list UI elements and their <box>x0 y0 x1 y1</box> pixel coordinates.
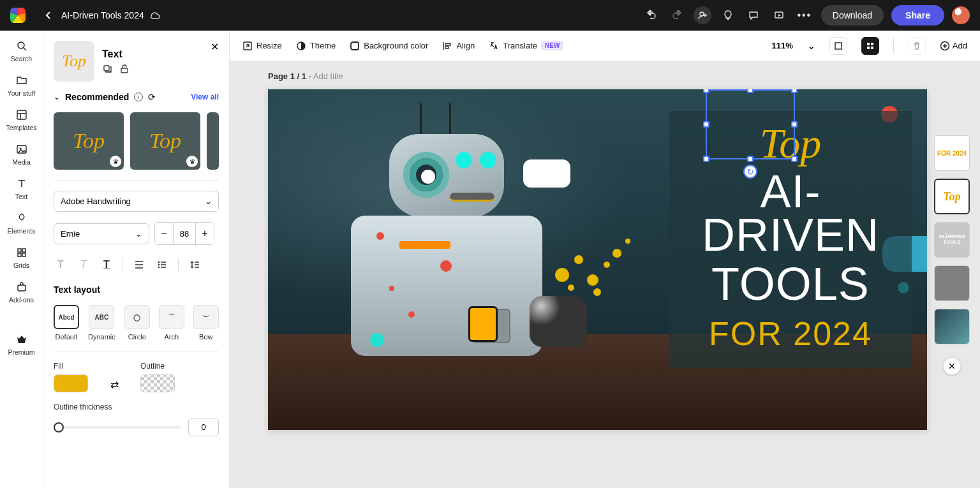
font-size-input[interactable] <box>173 223 196 244</box>
download-button[interactable]: Download <box>821 5 884 26</box>
canvas-toolbar: Resize Theme Background color Align Tran… <box>230 31 980 61</box>
layout-default[interactable]: AbcdDefault <box>54 305 79 341</box>
resize-icon <box>242 41 253 51</box>
artboard[interactable]: Top AI-DRIVEN TOOLS FOR 2024 ↻ <box>268 89 927 430</box>
app-logo[interactable] <box>10 8 26 23</box>
text-properties-panel: Top Text ✕ ⌄ Recommended i ⟳ View all To… <box>43 31 230 488</box>
page-thumbnail[interactable] <box>934 265 970 301</box>
undo-button[interactable] <box>642 6 660 24</box>
outline-color-swatch[interactable] <box>140 374 175 392</box>
chevron-down-icon[interactable]: ⌄ <box>807 40 815 52</box>
svg-rect-20 <box>867 43 870 45</box>
recommended-item[interactable]: Top♛ <box>54 112 124 170</box>
lock-icon[interactable] <box>120 64 129 74</box>
fill-color-swatch[interactable] <box>54 374 88 392</box>
rotate-handle-icon[interactable]: ↻ <box>743 165 757 179</box>
text-italic-icon[interactable]: T <box>77 258 91 272</box>
outline-thickness-input[interactable] <box>188 418 219 436</box>
nav-text[interactable]: Text <box>0 177 43 200</box>
nav-elements[interactable]: Elements <box>0 212 43 235</box>
view-all-link[interactable]: View all <box>191 92 219 101</box>
align-icon[interactable] <box>132 258 146 272</box>
page-thumbnail[interactable]: AI-DRIVEN TOOLS <box>934 222 970 258</box>
font-family-select[interactable]: Adobe Handwriting ⌄ <box>54 191 219 212</box>
more-icon[interactable]: ••• <box>796 6 813 24</box>
svg-rect-21 <box>871 43 873 45</box>
nav-your-stuff[interactable]: Your stuff <box>0 74 43 97</box>
nav-media[interactable]: Media <box>0 143 43 166</box>
page-thumbnail[interactable]: FOR 2024 <box>934 135 970 171</box>
present-icon[interactable] <box>770 6 788 24</box>
user-avatar[interactable] <box>952 6 970 24</box>
text-case-none-icon[interactable]: T <box>54 258 68 272</box>
line-spacing-icon[interactable] <box>188 258 202 272</box>
svg-rect-9 <box>22 253 26 256</box>
templates-icon <box>15 108 28 121</box>
grid-view-button[interactable] <box>861 37 879 55</box>
element-thumbnail: Top <box>54 41 94 82</box>
list-icon[interactable] <box>155 258 169 272</box>
canvas-area[interactable]: Page 1 / 1 - Add title <box>230 61 980 488</box>
chevron-down-icon[interactable]: ⌄ <box>54 92 60 101</box>
delete-button[interactable] <box>908 37 926 55</box>
theme-button[interactable]: Theme <box>296 41 336 51</box>
document-title[interactable]: AI-Driven Tools 2024 <box>61 10 144 20</box>
swap-colors-icon[interactable]: ⇄ <box>107 377 121 391</box>
text-icon <box>15 177 28 190</box>
fit-screen-button[interactable] <box>829 37 847 55</box>
square-icon <box>350 41 360 51</box>
add-page-button[interactable]: Add <box>940 41 967 51</box>
cloud-sync-icon[interactable] <box>149 11 161 20</box>
close-panel-button[interactable]: ✕ <box>211 41 219 53</box>
addons-icon <box>15 281 28 293</box>
increase-button[interactable]: + <box>196 223 214 244</box>
duplicate-icon[interactable] <box>102 64 112 74</box>
nav-addons[interactable]: Add-ons <box>0 281 43 304</box>
text-underline-icon[interactable]: T <box>100 258 114 272</box>
invite-icon[interactable] <box>694 6 711 24</box>
collapse-pages-button[interactable]: ✕ <box>943 357 961 375</box>
background-color-button[interactable]: Background color <box>350 41 428 51</box>
svg-rect-12 <box>121 68 128 73</box>
back-button[interactable] <box>41 8 56 23</box>
share-button[interactable]: Share <box>891 5 944 26</box>
lightbulb-icon[interactable] <box>719 6 737 24</box>
recommended-item[interactable] <box>207 112 219 170</box>
resize-button[interactable]: Resize <box>242 41 282 51</box>
svg-rect-6 <box>18 249 21 252</box>
svg-rect-23 <box>871 47 873 49</box>
recommended-item[interactable]: Top♛ <box>130 112 200 170</box>
robot-illustration <box>306 134 574 415</box>
svg-rect-11 <box>104 66 109 71</box>
layout-dynamic[interactable]: ABCDynamic <box>88 305 115 341</box>
page-thumbnail[interactable]: Top <box>934 179 970 214</box>
layout-circle[interactable]: ◯Circle <box>124 305 150 341</box>
layout-arch[interactable]: ⌒Arch <box>159 305 184 341</box>
refresh-icon[interactable]: ⟳ <box>148 92 156 102</box>
layout-bow[interactable]: ︶Bow <box>193 305 219 341</box>
premium-badge-icon: ♛ <box>186 156 198 167</box>
comment-icon[interactable] <box>745 6 762 24</box>
align-button[interactable]: Align <box>442 41 475 51</box>
svg-rect-22 <box>867 47 870 49</box>
redo-button[interactable] <box>668 6 686 24</box>
svg-rect-8 <box>18 253 21 256</box>
page-thumbnail[interactable] <box>934 309 970 344</box>
font-style-select[interactable]: Ernie ⌄ <box>54 223 149 244</box>
nav-templates[interactable]: Templates <box>0 108 43 131</box>
media-icon <box>15 143 28 156</box>
nav-search[interactable]: Search <box>0 40 43 63</box>
search-icon <box>15 40 28 52</box>
decrease-button[interactable]: − <box>155 223 173 244</box>
nav-premium[interactable]: Premium <box>0 333 43 356</box>
font-size-stepper[interactable]: − + <box>154 222 214 245</box>
selection-box[interactable]: ↻ <box>706 89 795 159</box>
headline-line2: TOOLS <box>674 262 907 306</box>
page-indicator[interactable]: Page 1 / 1 - Add title <box>268 71 343 81</box>
info-icon[interactable]: i <box>134 92 143 101</box>
zoom-level[interactable]: 111% <box>772 41 793 50</box>
outline-thickness-slider[interactable] <box>54 426 181 429</box>
translate-button[interactable]: TranslateNEW <box>489 41 563 51</box>
nav-grids[interactable]: Grids <box>0 246 43 269</box>
elements-icon <box>15 212 28 225</box>
